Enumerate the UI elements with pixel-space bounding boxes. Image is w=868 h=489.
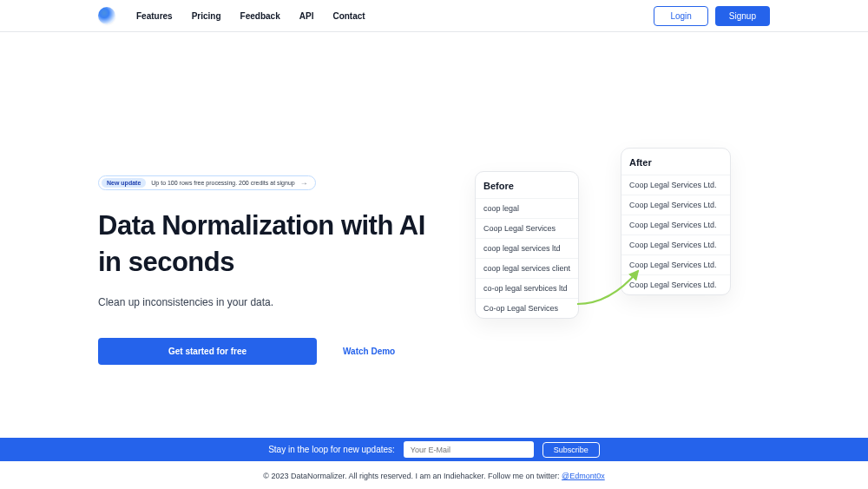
table-row: Coop Legal Services Ltd. — [621, 195, 730, 215]
before-title: Before — [476, 172, 578, 198]
nav-features[interactable]: Features — [136, 11, 173, 21]
after-title: After — [621, 149, 730, 175]
nav-feedback[interactable]: Feedback — [240, 11, 280, 21]
table-row: Coop Legal Services Ltd. — [621, 235, 730, 254]
table-row: Coop Legal Services Ltd. — [621, 215, 730, 235]
signup-button[interactable]: Signup — [715, 6, 770, 26]
pill-badge: New update — [102, 178, 146, 188]
table-row: Coop Legal Services — [476, 218, 578, 238]
table-row: Coop Legal Services Ltd. — [621, 254, 730, 274]
nav-pricing[interactable]: Pricing — [192, 11, 221, 21]
table-row: Coop Legal Services Ltd. — [621, 274, 730, 294]
arrow-right-icon: → — [300, 179, 308, 188]
pill-text: Up to 100 rows free processing. 200 cred… — [151, 180, 294, 186]
cta-row: Get started for free Watch Demo — [98, 338, 428, 365]
table-row: co-op legal servbices ltd — [476, 278, 578, 298]
hero-subhead: Clean up inconsistencies in your data. — [98, 296, 428, 308]
header: Features Pricing Feedback API Contact Lo… — [0, 0, 868, 32]
table-row: Co-op Legal Services — [476, 298, 578, 318]
footer-bar: Stay in the loop for new updates: Subscr… — [0, 438, 868, 461]
after-card: After Coop Legal Services Ltd. Coop Lega… — [621, 148, 731, 295]
nav-links: Features Pricing Feedback API Contact — [136, 11, 365, 21]
footer-copy: © 2023 DataNormalizer. All rights reserv… — [0, 472, 868, 480]
subscribe-button[interactable]: Subscribe — [542, 442, 600, 458]
table-row: Coop Legal Services Ltd. — [621, 175, 730, 195]
table-row: coop legal services client — [476, 258, 578, 278]
footer-copy-text: © 2023 DataNormalizer. All rights reserv… — [263, 472, 562, 480]
table-row: coop legal services ltd — [476, 238, 578, 258]
nav-contact[interactable]: Contact — [332, 11, 365, 21]
twitter-link[interactable]: @Edmont0x — [562, 472, 605, 480]
hero-headline: Data Normalization with AI in seconds — [98, 208, 428, 281]
get-started-button[interactable]: Get started for free — [98, 338, 317, 365]
login-button[interactable]: Login — [654, 6, 707, 26]
footer-label: Stay in the loop for new updates: — [268, 445, 395, 454]
logo[interactable] — [98, 7, 115, 24]
hero-left: New update Up to 100 rows free processin… — [98, 173, 428, 365]
watch-demo-button[interactable]: Watch Demo — [343, 347, 395, 356]
update-pill[interactable]: New update Up to 100 rows free processin… — [98, 175, 316, 190]
header-right: Login Signup — [654, 6, 770, 26]
before-card: Before coop legal Coop Legal Services co… — [475, 171, 579, 319]
nav-api[interactable]: API — [299, 11, 314, 21]
email-input[interactable] — [404, 441, 534, 458]
cards-wrap: Before coop legal Coop Legal Services co… — [475, 148, 731, 319]
header-left: Features Pricing Feedback API Contact — [98, 7, 365, 24]
hero: New update Up to 100 rows free processin… — [0, 32, 868, 365]
table-row: coop legal — [476, 198, 578, 218]
